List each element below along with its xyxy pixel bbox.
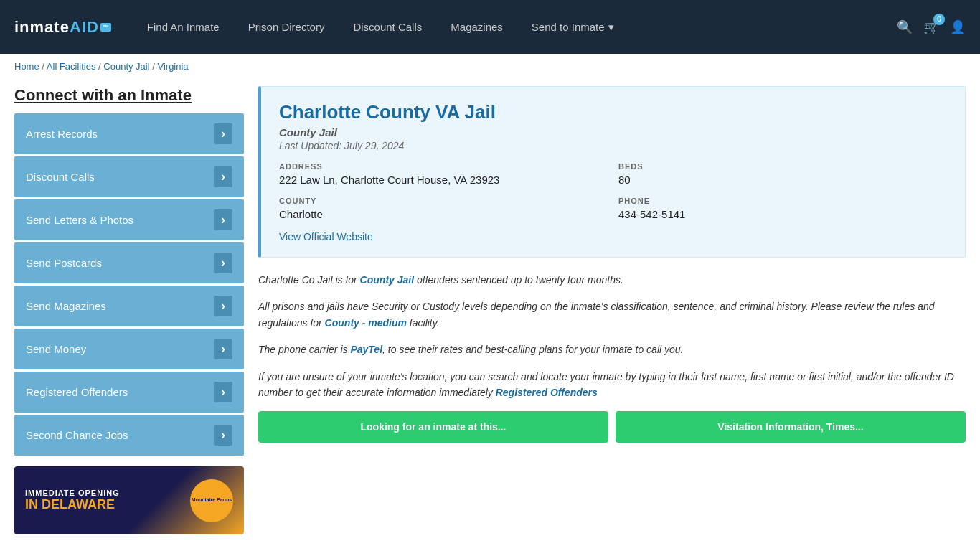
sidebar-item-registered-offenders[interactable]: Registered Offenders ›	[14, 372, 244, 413]
official-website-link[interactable]: View Official Website	[279, 231, 947, 242]
ad-logo: Mountaire Farms	[190, 479, 233, 522]
address-value: 222 Law Ln, Charlotte Court House, VA 23…	[279, 174, 608, 186]
arrow-icon: ›	[214, 209, 232, 230]
sidebar-item-send-magazines[interactable]: Send Magazines ›	[14, 286, 244, 326]
header-icons: 🔍 🛒 0 👤	[897, 19, 966, 35]
sidebar-advertisement[interactable]: Immediate Opening IN DELAWARE Mountaire …	[14, 466, 244, 534]
registered-offenders-link[interactable]: Registered Offenders	[496, 387, 598, 398]
logo[interactable]: inmateAID ™	[14, 18, 111, 37]
phone-value: 434-542-5141	[618, 208, 947, 220]
arrow-icon: ›	[214, 339, 232, 359]
cart-icon[interactable]: 🛒 0	[923, 19, 939, 35]
phone-block: PHONE 434-542-5141	[618, 197, 947, 220]
phone-label: PHONE	[618, 197, 947, 205]
arrow-icon: ›	[214, 296, 232, 316]
address-block: ADDRESS 222 Law Ln, Charlotte Court Hous…	[279, 162, 608, 186]
user-icon[interactable]: 👤	[950, 19, 966, 35]
arrow-icon: ›	[214, 425, 232, 446]
breadcrumb-all-facilities[interactable]: All Facilities	[47, 61, 96, 72]
facility-description: Charlotte Co Jail is for County Jail off…	[258, 272, 966, 400]
arrow-icon: ›	[214, 382, 232, 402]
bottom-buttons: Looking for an inmate at this... Visitat…	[258, 411, 966, 443]
sidebar-item-second-chance-jobs[interactable]: Second Chance Jobs ›	[14, 415, 244, 456]
ad-logo-image: Mountaire Farms	[190, 479, 233, 522]
county-label: COUNTY	[279, 197, 608, 205]
beds-block: BEDS 80	[618, 162, 947, 186]
nav-send-to-inmate[interactable]: Send to Inmate ▾	[517, 0, 628, 54]
breadcrumb: Home / All Facilities / County Jail / Vi…	[0, 54, 980, 79]
dropdown-arrow-icon: ▾	[608, 21, 614, 34]
desc-para1: Charlotte Co Jail is for County Jail off…	[258, 272, 966, 288]
main-content: Charlotte County VA Jail County Jail Las…	[258, 86, 966, 534]
facility-details: ADDRESS 222 Law Ln, Charlotte Court Hous…	[279, 162, 947, 220]
address-label: ADDRESS	[279, 162, 608, 171]
cart-badge: 0	[933, 14, 945, 25]
arrow-icon: ›	[214, 253, 232, 273]
county-value: Charlotte	[279, 208, 608, 220]
beds-value: 80	[618, 174, 947, 186]
main-header: inmateAID ™ Find An Inmate Prison Direct…	[0, 0, 980, 54]
sidebar-item-send-postcards[interactable]: Send Postcards ›	[14, 242, 244, 283]
search-icon[interactable]: 🔍	[897, 19, 913, 35]
logo-aid: AID	[70, 18, 99, 36]
sidebar: Connect with an Inmate Arrest Records › …	[14, 86, 244, 534]
arrow-icon: ›	[214, 166, 232, 187]
desc-para4: If you are unsure of your inmate's locat…	[258, 369, 966, 401]
nav-discount-calls[interactable]: Discount Calls	[339, 0, 436, 54]
visitation-info-button[interactable]: Visitation Information, Times...	[616, 411, 966, 443]
desc-para2: All prisons and jails have Security or C…	[258, 298, 966, 331]
facility-name: Charlotte County VA Jail	[279, 101, 947, 123]
paytel-link[interactable]: PayTel	[350, 344, 382, 355]
logo-text: inmateAID	[14, 18, 99, 37]
county-jail-link[interactable]: County Jail	[360, 274, 414, 286]
beds-label: BEDS	[618, 162, 947, 171]
sidebar-item-send-money[interactable]: Send Money ›	[14, 329, 244, 369]
sidebar-item-discount-calls[interactable]: Discount Calls ›	[14, 156, 244, 197]
looking-for-inmate-button[interactable]: Looking for an inmate at this...	[258, 411, 608, 443]
breadcrumb-home[interactable]: Home	[14, 61, 39, 72]
nav-prison-directory[interactable]: Prison Directory	[234, 0, 339, 54]
logo-badge: ™	[100, 23, 111, 32]
main-layout: Connect with an Inmate Arrest Records › …	[0, 79, 980, 549]
sidebar-title: Connect with an Inmate	[14, 86, 244, 105]
facility-type: County Jail	[279, 126, 947, 138]
facility-card: Charlotte County VA Jail County Jail Las…	[258, 86, 966, 258]
sidebar-item-send-letters[interactable]: Send Letters & Photos ›	[14, 199, 244, 240]
desc-para3: The phone carrier is PayTel, to see thei…	[258, 342, 966, 357]
sidebar-menu: Arrest Records › Discount Calls › Send L…	[14, 113, 244, 456]
breadcrumb-state[interactable]: Virginia	[157, 61, 188, 72]
nav-find-inmate[interactable]: Find An Inmate	[133, 0, 234, 54]
breadcrumb-county-jail[interactable]: County Jail	[103, 61, 149, 72]
arrow-icon: ›	[214, 123, 232, 144]
facility-last-updated: Last Updated: July 29, 2024	[279, 140, 947, 151]
county-medium-link[interactable]: County - medium	[325, 317, 407, 329]
main-nav: Find An Inmate Prison Directory Discount…	[133, 0, 897, 54]
nav-magazines[interactable]: Magazines	[436, 0, 517, 54]
sidebar-item-arrest-records[interactable]: Arrest Records ›	[14, 113, 244, 154]
county-block: COUNTY Charlotte	[279, 197, 608, 220]
